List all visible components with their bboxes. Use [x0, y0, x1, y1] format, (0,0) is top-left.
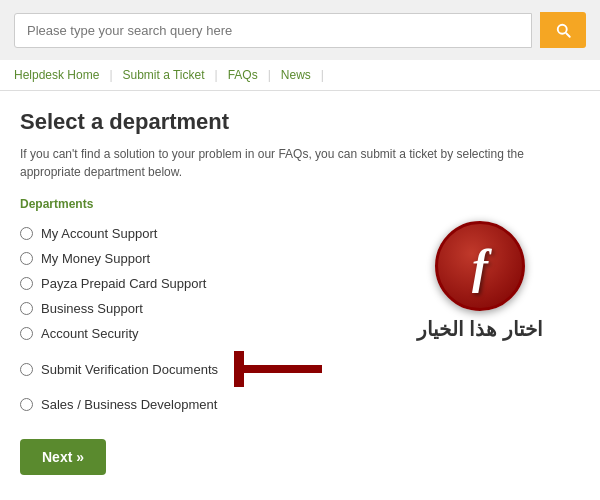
departments-content: My Account Support My Money Support Payz… — [20, 221, 580, 417]
dept6-label[interactable]: Submit Verification Documents — [41, 362, 218, 377]
list-item: My Money Support — [20, 246, 360, 271]
search-icon — [554, 21, 572, 39]
flash-area: f اختار هذا الخيار — [380, 221, 580, 341]
list-item: Business Support — [20, 296, 360, 321]
nav-submit-ticket[interactable]: Submit a Ticket — [113, 68, 215, 82]
search-bar — [0, 0, 600, 60]
dept4-label[interactable]: Business Support — [41, 301, 143, 316]
list-item: My Account Support — [20, 221, 360, 246]
dept5-radio[interactable] — [20, 327, 33, 340]
annotation-arrow — [234, 351, 324, 387]
nav-news[interactable]: News — [271, 68, 321, 82]
list-item: Account Security — [20, 321, 360, 346]
main-content: Select a department If you can't find a … — [0, 91, 600, 493]
departments-label: Departments — [20, 197, 580, 211]
nav-helpdesk-home[interactable]: Helpdesk Home — [14, 68, 109, 82]
dept2-radio[interactable] — [20, 252, 33, 265]
dept6-radio[interactable] — [20, 363, 33, 376]
dept7-label[interactable]: Sales / Business Development — [41, 397, 217, 412]
dept1-label[interactable]: My Account Support — [41, 226, 157, 241]
department-list: My Account Support My Money Support Payz… — [20, 221, 360, 417]
flash-f-letter: f — [472, 239, 488, 294]
list-item: Submit Verification Documents — [20, 346, 360, 392]
page-description: If you can't find a solution to your pro… — [20, 145, 580, 181]
dept4-radio[interactable] — [20, 302, 33, 315]
dept3-radio[interactable] — [20, 277, 33, 290]
nav-bar: Helpdesk Home | Submit a Ticket | FAQs |… — [0, 60, 600, 91]
list-item: Payza Prepaid Card Support — [20, 271, 360, 296]
dept7-radio[interactable] — [20, 398, 33, 411]
dept2-label[interactable]: My Money Support — [41, 251, 150, 266]
next-button[interactable]: Next » — [20, 439, 106, 475]
arabic-annotation: اختار هذا الخيار — [417, 317, 543, 341]
dept5-label[interactable]: Account Security — [41, 326, 139, 341]
nav-faqs[interactable]: FAQs — [218, 68, 268, 82]
page-title: Select a department — [20, 109, 580, 135]
search-button[interactable] — [540, 12, 586, 48]
dept3-label[interactable]: Payza Prepaid Card Support — [41, 276, 206, 291]
list-item: Sales / Business Development — [20, 392, 360, 417]
flash-logo: f — [435, 221, 525, 311]
nav-sep-4: | — [321, 68, 324, 82]
search-input[interactable] — [14, 13, 532, 48]
dept1-radio[interactable] — [20, 227, 33, 240]
